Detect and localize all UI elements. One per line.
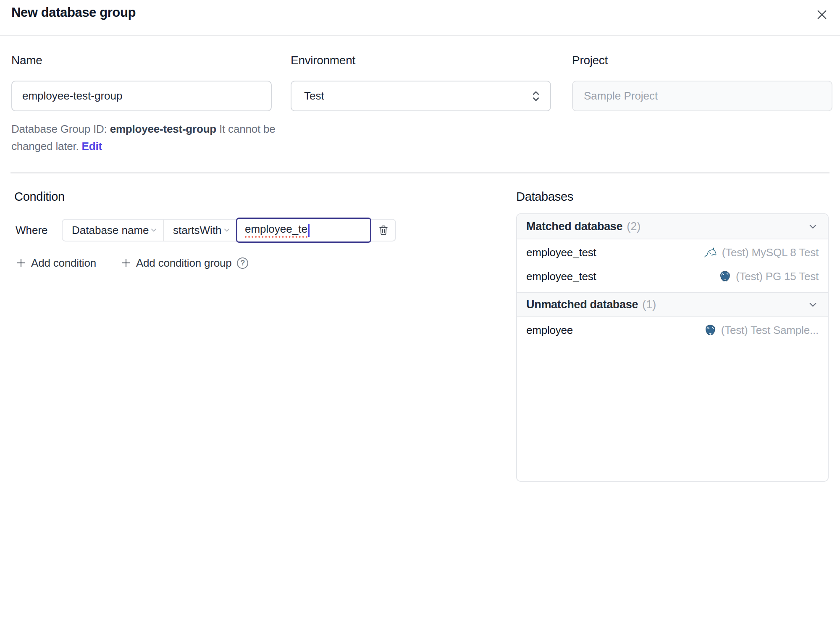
name-label: Name	[11, 54, 42, 67]
condition-operator-value: startsWith	[173, 224, 222, 237]
mysql-dolphin-icon	[704, 247, 717, 258]
close-icon	[815, 8, 829, 22]
add-condition-button[interactable]: Add condition	[16, 257, 96, 270]
condition-value-input[interactable]: employee_te	[236, 218, 371, 243]
chevron-down-icon	[150, 226, 158, 234]
condition-field-value: Database name	[72, 224, 149, 237]
chevron-down-icon	[807, 299, 819, 310]
databases-panel: Matched database (2) employee_test	[516, 213, 829, 482]
matched-database-count: (2)	[627, 220, 640, 233]
condition-operator-select[interactable]: startsWith	[164, 220, 236, 241]
project-label: Project	[572, 54, 608, 67]
help-icon[interactable]: ?	[237, 257, 248, 269]
dialog-title: New database group	[11, 5, 136, 20]
instance-label: (Test) MySQL 8 Test	[722, 246, 819, 259]
plus-icon	[121, 257, 131, 268]
database-name: employee_test	[526, 270, 596, 283]
postgresql-elephant-icon	[704, 324, 717, 337]
condition-actions: Add condition Add condition group ?	[16, 254, 248, 272]
condition-row: Database name startsWith employee_te	[62, 219, 396, 242]
delete-condition-button[interactable]	[371, 220, 395, 241]
environment-label: Environment	[291, 54, 355, 67]
database-instance: (Test) MySQL 8 Test	[704, 246, 819, 259]
postgresql-elephant-icon	[719, 270, 731, 283]
add-condition-group-button[interactable]: Add condition group ?	[121, 257, 248, 270]
database-row: employee_test (Test) PG 15 Test	[517, 265, 828, 289]
unmatched-database-header[interactable]: Unmatched database (1)	[517, 292, 828, 317]
group-id-prefix: Database Group ID:	[11, 123, 107, 135]
database-instance: (Test) PG 15 Test	[719, 270, 819, 283]
condition-field-select[interactable]: Database name	[63, 220, 164, 241]
trash-icon	[378, 224, 389, 236]
edit-group-id-link[interactable]: Edit	[82, 140, 102, 152]
database-row: employee_test (Test) MySQL 8 Test	[517, 241, 828, 265]
section-divider	[10, 172, 830, 173]
plus-icon	[16, 257, 26, 268]
instance-label: (Test) Test Sample...	[721, 324, 819, 337]
matched-database-title: Matched database	[526, 220, 622, 233]
header-divider	[0, 35, 840, 36]
add-condition-label: Add condition	[31, 257, 96, 270]
text-caret	[308, 224, 310, 237]
chevron-down-icon	[807, 221, 819, 232]
add-condition-group-label: Add condition group	[136, 257, 231, 270]
group-id-value: employee-test-group	[110, 123, 216, 135]
group-id-helper: Database Group ID: employee-test-group I…	[11, 121, 280, 155]
chevron-down-icon	[223, 226, 231, 234]
unmatched-database-rows: employee (Test) Test Sample...	[517, 317, 828, 346]
databases-heading: Databases	[516, 190, 573, 204]
environment-select[interactable]: Test	[291, 81, 551, 111]
condition-heading: Condition	[14, 190, 65, 204]
close-button[interactable]	[813, 6, 831, 24]
chevron-up-down-icon	[530, 89, 542, 103]
database-name: employee_test	[526, 246, 596, 259]
condition-value-text: employee_te	[245, 223, 307, 238]
unmatched-database-title: Unmatched database	[526, 298, 638, 311]
new-database-group-dialog: New database group Name Environment Proj…	[0, 0, 840, 630]
database-row: employee (Test) Test Sample...	[517, 318, 828, 342]
database-instance: (Test) Test Sample...	[704, 324, 819, 337]
project-input	[572, 81, 832, 111]
name-input[interactable]	[11, 81, 272, 111]
matched-database-rows: employee_test (Test) MySQL 8 Test employ…	[517, 239, 828, 292]
where-label: Where	[16, 219, 48, 242]
matched-database-header[interactable]: Matched database (2)	[517, 214, 828, 239]
database-name: employee	[526, 324, 573, 337]
instance-label: (Test) PG 15 Test	[736, 270, 819, 283]
unmatched-database-count: (1)	[642, 298, 656, 311]
environment-selected-value: Test	[304, 89, 324, 102]
